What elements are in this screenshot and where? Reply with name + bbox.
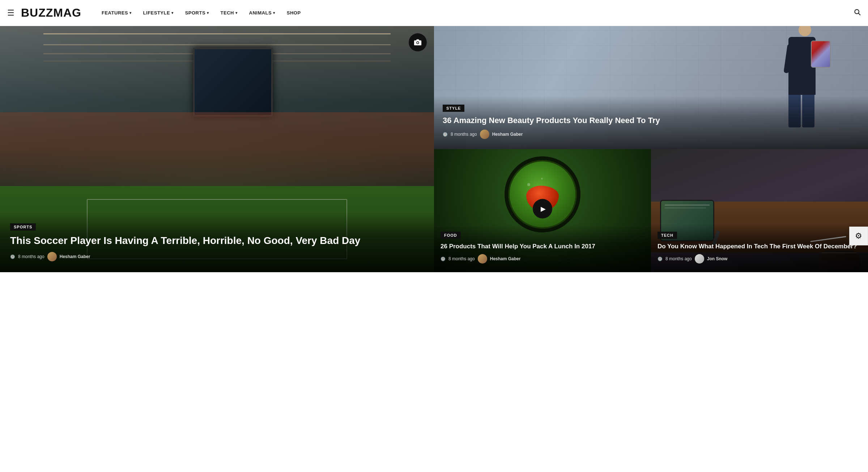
- chevron-down-icon: ▾: [235, 11, 238, 15]
- article-top-right-title: 36 Amazing New Beauty Products You Reall…: [443, 115, 859, 126]
- avatar: [480, 130, 489, 139]
- svg-point-3: [417, 42, 419, 44]
- article-food[interactable]: ▶ FOOD 26 Products That Will Help You Pa…: [434, 149, 651, 272]
- article-tech[interactable]: TECH Do You Know What Happened In Tech T…: [651, 149, 868, 272]
- article-food-content: FOOD 26 Products That Will Help You Pack…: [434, 224, 651, 272]
- svg-line-1: [859, 13, 860, 15]
- clock-icon: 🕐: [443, 132, 448, 137]
- category-badge-style[interactable]: STYLE: [443, 105, 464, 112]
- hamburger-menu-icon[interactable]: ☰: [7, 8, 14, 18]
- clock-icon: 🕐: [441, 257, 446, 261]
- article-main-author: Hesham Gaber: [60, 254, 90, 259]
- article-food-time: 8 months ago: [448, 256, 475, 261]
- header: ☰ BUZZMAG FEATURES ▾ LIFESTYLE ▾ SPORTS …: [0, 0, 868, 26]
- avatar: [478, 254, 487, 264]
- chevron-down-icon: ▾: [273, 11, 275, 15]
- nav-item-lifestyle[interactable]: LIFESTYLE ▾: [137, 0, 179, 26]
- article-food-meta: 🕐 8 months ago Hesham Gaber: [441, 254, 644, 264]
- chevron-down-icon: ▾: [207, 11, 209, 15]
- nav-item-sports[interactable]: SPORTS ▾: [179, 0, 215, 26]
- article-tech-meta: 🕐 8 months ago Jon Snow: [658, 254, 861, 264]
- settings-panel[interactable]: ⚙: [849, 227, 868, 245]
- play-icon[interactable]: ▶: [533, 199, 552, 219]
- gear-icon: ⚙: [855, 231, 862, 241]
- chevron-down-icon: ▾: [129, 11, 132, 15]
- article-tech-content: TECH Do You Know What Happened In Tech T…: [651, 224, 868, 272]
- camera-icon: [409, 33, 427, 51]
- bottom-right-grid: ▶ FOOD 26 Products That Will Help You Pa…: [434, 149, 868, 272]
- nav-item-tech[interactable]: TECH ▾: [215, 0, 243, 26]
- article-food-author: Hesham Gaber: [490, 256, 521, 261]
- article-main-meta: 🕐 8 months ago Hesham Gaber: [10, 252, 424, 261]
- article-food-title: 26 Products That Will Help You Pack A Lu…: [441, 243, 644, 250]
- nav-item-shop[interactable]: SHOP: [281, 0, 307, 26]
- logo[interactable]: BUZZMAG: [21, 6, 81, 20]
- category-badge-sports[interactable]: SPORTS: [10, 223, 36, 231]
- article-top-right-author: Hesham Gaber: [492, 132, 523, 137]
- scoreboard: [193, 48, 273, 117]
- article-top-right[interactable]: STYLE 36 Amazing New Beauty Products You…: [434, 26, 868, 149]
- article-tech-author: Jon Snow: [707, 256, 728, 261]
- article-top-right-content: STYLE 36 Amazing New Beauty Products You…: [434, 96, 868, 149]
- article-top-right-time: 8 months ago: [451, 132, 477, 137]
- search-icon[interactable]: [854, 8, 861, 17]
- clock-icon: 🕐: [10, 254, 15, 259]
- nav-item-animals[interactable]: ANIMALS ▾: [243, 0, 281, 26]
- article-main-title: This Soccer Player Is Having A Terrible,…: [10, 234, 424, 247]
- article-grid: SPORTS This Soccer Player Is Having A Te…: [0, 26, 868, 272]
- category-badge-food[interactable]: FOOD: [441, 232, 461, 239]
- smoothie-bowl: [505, 156, 580, 232]
- avatar: [695, 254, 704, 264]
- avatar: [47, 252, 57, 261]
- clock-icon: 🕐: [658, 257, 663, 261]
- article-tech-time: 8 months ago: [665, 256, 692, 261]
- article-tech-title: Do You Know What Happened In Tech The Fi…: [658, 243, 861, 250]
- nav-item-features[interactable]: FEATURES ▾: [96, 0, 137, 26]
- main-nav: FEATURES ▾ LIFESTYLE ▾ SPORTS ▾ TECH ▾ A…: [96, 0, 854, 26]
- article-main-content: SPORTS This Soccer Player Is Having A Te…: [0, 212, 434, 272]
- chevron-down-icon: ▾: [171, 11, 174, 15]
- article-main-time: 8 months ago: [18, 254, 44, 259]
- category-badge-tech[interactable]: TECH: [658, 232, 677, 239]
- article-main[interactable]: SPORTS This Soccer Player Is Having A Te…: [0, 26, 434, 272]
- article-top-right-meta: 🕐 8 months ago Hesham Gaber: [443, 130, 859, 139]
- stadium-stands: [0, 112, 434, 186]
